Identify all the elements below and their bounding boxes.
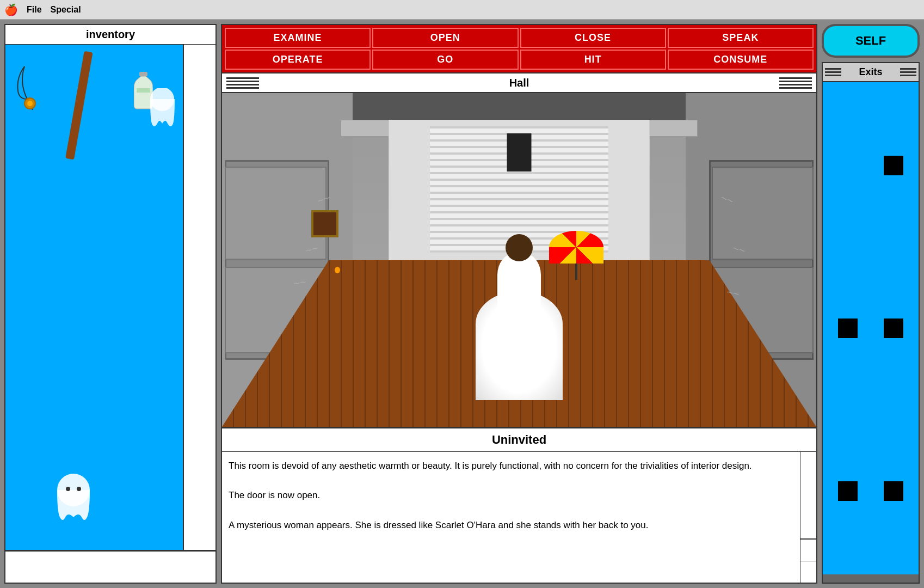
svg-point-1 xyxy=(27,101,33,106)
exit-empty-top-left xyxy=(838,156,858,175)
inventory-title: inventory xyxy=(86,28,135,40)
svg-rect-5 xyxy=(139,72,147,76)
operate-button[interactable]: OPERATE xyxy=(225,50,371,70)
inventory-bottom xyxy=(4,551,217,584)
exit-east-button[interactable] xyxy=(884,318,903,338)
exit-southwest-button[interactable] xyxy=(838,481,858,501)
hit-button[interactable]: HIT xyxy=(520,50,666,70)
woman-head xyxy=(506,234,533,261)
exits-panel: Exits xyxy=(822,62,920,584)
back-figure-icon xyxy=(507,133,532,171)
exit-line-icon xyxy=(900,71,916,73)
inventory-header: inventory xyxy=(4,24,217,45)
exits-grid xyxy=(823,82,919,574)
inventory-side-panel xyxy=(183,45,215,550)
exit-line-icon xyxy=(825,71,841,73)
scroll-seg-2 xyxy=(800,561,816,583)
scroll-top xyxy=(800,452,816,539)
open-button[interactable]: OPEN xyxy=(372,28,518,48)
svg-point-4 xyxy=(77,487,81,491)
consume-button[interactable]: CONSUME xyxy=(668,50,814,70)
text-line-2: The door is now open. xyxy=(229,488,793,503)
location-lines-left xyxy=(222,75,263,91)
examine-button[interactable]: EXAMINE xyxy=(225,28,371,48)
wall-picture-inner xyxy=(313,212,336,235)
text-content-area: This room is devoid of any aesthetic war… xyxy=(222,452,816,583)
right-panel: SELF Exits xyxy=(822,24,920,584)
main-layout: inventory xyxy=(0,20,924,588)
center-panel: EXAMINE OPEN CLOSE SPEAK OPERATE GO HIT … xyxy=(221,24,817,584)
svg-point-3 xyxy=(66,487,70,491)
special-menu[interactable]: Special xyxy=(51,5,81,15)
ghost-on-stick-icon xyxy=(52,474,95,528)
umbrella-handle xyxy=(575,264,577,280)
exit-line-icon xyxy=(825,75,841,76)
location-lines-right xyxy=(775,75,816,91)
exit-southeast-button[interactable] xyxy=(884,481,903,501)
text-content: This room is devoid of any aesthetic war… xyxy=(222,452,800,583)
exit-north-button[interactable] xyxy=(884,156,903,175)
game-title: Uninvited xyxy=(492,433,546,446)
text-line-3: A mysterious woman appears. She is dress… xyxy=(229,518,793,532)
location-name: Hall xyxy=(263,77,775,89)
exit-line-icon xyxy=(900,68,916,70)
go-button[interactable]: GO xyxy=(372,50,518,70)
exits-title: Exits xyxy=(841,66,900,78)
game-scene[interactable]: ~~ ~~ ~~ ~~ ~~ ~~ xyxy=(221,93,817,428)
ghost-line-3: ~~ xyxy=(292,275,307,290)
self-button[interactable]: SELF xyxy=(822,24,920,58)
inventory-display xyxy=(4,45,217,551)
file-menu[interactable]: File xyxy=(27,5,42,15)
exit-line-icon xyxy=(900,75,916,76)
location-bar: Hall xyxy=(221,74,817,93)
inventory-scene[interactable] xyxy=(5,45,183,550)
text-area: Uninvited This room is devoid of any aes… xyxy=(221,428,817,584)
ghost2-icon xyxy=(147,88,177,132)
exits-lines-left xyxy=(825,68,841,76)
exits-header: Exits xyxy=(823,63,919,82)
scroll-bottom xyxy=(800,539,816,583)
speak-button[interactable]: SPEAK xyxy=(668,28,814,48)
close-button[interactable]: CLOSE xyxy=(520,28,666,48)
scrollbar[interactable] xyxy=(800,452,816,583)
umbrella-icon xyxy=(549,231,603,274)
menu-bar: 🍎 File Special xyxy=(0,0,924,20)
exits-lines-right xyxy=(900,68,916,76)
text-line-1: This room is devoid of any aesthetic war… xyxy=(229,458,793,473)
umbrella-top xyxy=(549,231,603,264)
staff-icon xyxy=(65,51,93,160)
exit-west-button[interactable] xyxy=(838,318,858,338)
scene-wrapper: ~~ ~~ ~~ ~~ ~~ ~~ xyxy=(222,93,816,427)
apple-logo-icon[interactable]: 🍎 xyxy=(4,3,18,16)
game-title-bar: Uninvited xyxy=(222,428,816,452)
inventory-panel: inventory xyxy=(4,24,217,584)
wall-picture xyxy=(311,210,338,237)
ghost-line-6: ~~ xyxy=(725,286,740,301)
dress-skirt xyxy=(476,291,563,400)
action-buttons: EXAMINE OPEN CLOSE SPEAK OPERATE GO HIT … xyxy=(221,24,817,74)
necklace-icon xyxy=(14,61,52,115)
exit-line-icon xyxy=(825,68,841,70)
scroll-seg-1 xyxy=(800,539,816,561)
